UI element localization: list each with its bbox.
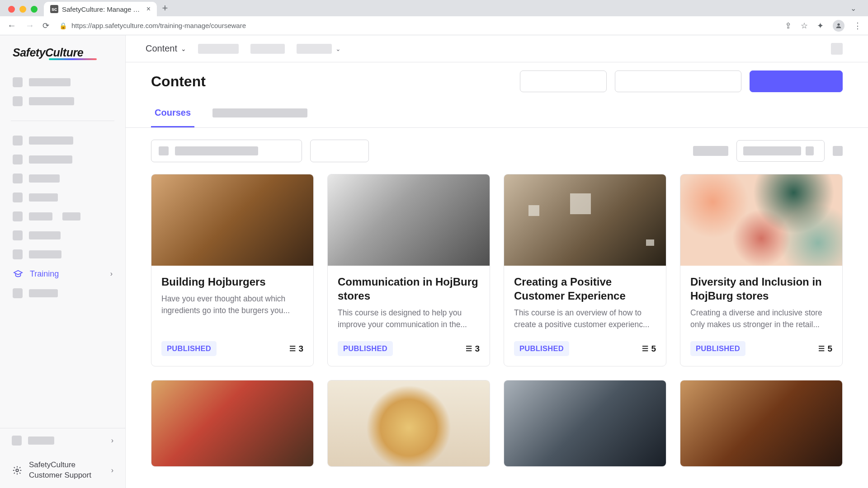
- tab-courses[interactable]: Courses: [151, 100, 194, 127]
- back-button[interactable]: ←: [6, 20, 17, 31]
- browser-toolbar-icons: ⇪ ☆ ✦ ⋮: [785, 20, 862, 32]
- topbar: Content ⌄ ⌄: [126, 35, 868, 62]
- header-button-1[interactable]: [520, 70, 607, 92]
- course-card[interactable]: [327, 380, 490, 467]
- logo-text: SafetyCulture: [13, 46, 113, 59]
- chevron-down-icon: ⌄: [335, 45, 341, 52]
- course-title: Communication in HojBurg stores: [338, 275, 480, 303]
- course-title: Creating a Positive Customer Experience: [514, 275, 656, 303]
- course-thumbnail: [328, 380, 490, 466]
- list-icon: ☰: [818, 344, 825, 353]
- chevron-right-icon: ›: [111, 466, 113, 474]
- topbar-right-placeholder[interactable]: [831, 43, 843, 55]
- course-thumbnail: [504, 174, 666, 266]
- tabs-dropdown-icon[interactable]: ⌄: [844, 0, 863, 16]
- topbar-item-placeholder-dropdown[interactable]: ⌄: [297, 44, 341, 54]
- nav-item-placeholder[interactable]: [9, 169, 116, 188]
- content-tabs: Courses: [126, 100, 868, 128]
- chevron-right-icon: ›: [111, 436, 113, 445]
- sidebar: SafetyCulture Training ›: [0, 35, 126, 488]
- course-thumbnail: [328, 174, 490, 266]
- address-bar: ← → ⟳ 🔒 https://app.safetyculture.com/tr…: [0, 16, 868, 35]
- svg-point-0: [837, 23, 840, 25]
- course-card[interactable]: [680, 380, 843, 467]
- reload-button[interactable]: ⟳: [42, 21, 49, 31]
- tab-title: SafetyCulture: Manage Teams and ...: [62, 5, 143, 13]
- filter-dropdown[interactable]: [310, 140, 369, 162]
- courses-grid: Building Hojburgers Have you ever though…: [126, 174, 868, 485]
- topbar-content-dropdown[interactable]: Content ⌄: [146, 43, 186, 54]
- nav-item-support[interactable]: SafetyCulture Customer Support ›: [0, 453, 125, 488]
- nav-section-1: [0, 69, 125, 114]
- course-description: This course is an overview of how to cre…: [514, 307, 656, 330]
- list-icon: ☰: [466, 344, 472, 353]
- browser-chrome: sc SafetyCulture: Manage Teams and ... ×…: [0, 0, 868, 35]
- page-title: Content: [151, 73, 206, 90]
- chevron-down-icon: ⌄: [181, 45, 186, 52]
- course-card[interactable]: Diversity and Inclusion in HojBurg store…: [680, 174, 843, 366]
- page-header: Content: [126, 62, 868, 100]
- status-badge: PUBLISHED: [514, 341, 569, 356]
- course-thumbnail: [504, 380, 666, 466]
- main-content: Content ⌄ ⌄ Content Courses: [126, 35, 868, 488]
- tab-placeholder[interactable]: [212, 108, 307, 117]
- course-card[interactable]: [504, 380, 666, 467]
- new-tab-button[interactable]: +: [157, 0, 173, 16]
- lesson-count: ☰ 5: [818, 344, 832, 354]
- maximize-window-button[interactable]: [31, 6, 38, 13]
- lesson-count: ☰ 3: [466, 344, 480, 354]
- view-toggle[interactable]: [833, 146, 843, 156]
- minimize-window-button[interactable]: [19, 6, 26, 13]
- nav-divider: [11, 121, 114, 121]
- tab-close-icon[interactable]: ×: [146, 5, 151, 13]
- nav-item-placeholder[interactable]: [9, 245, 116, 264]
- close-window-button[interactable]: [8, 6, 15, 13]
- course-description: Creating a diverse and inclusive store o…: [690, 307, 832, 330]
- course-thumbnail: [680, 380, 842, 466]
- course-card[interactable]: Building Hojburgers Have you ever though…: [151, 174, 314, 366]
- course-card[interactable]: Communication in HojBurg stores This cou…: [327, 174, 490, 366]
- forward-button[interactable]: →: [24, 20, 35, 31]
- lesson-count: ☰ 5: [642, 344, 656, 354]
- course-description: This course is designed to help you impr…: [338, 307, 480, 330]
- gear-icon: [12, 465, 23, 476]
- extensions-icon[interactable]: ✦: [817, 21, 824, 31]
- browser-tab[interactable]: sc SafetyCulture: Manage Teams and ... ×: [44, 2, 157, 16]
- header-button-2[interactable]: [615, 70, 741, 92]
- graduation-cap-icon: [13, 268, 24, 279]
- svg-point-1: [16, 469, 19, 472]
- nav-item-training[interactable]: Training ›: [9, 264, 116, 284]
- url-field[interactable]: 🔒 https://app.safetyculture.com/training…: [57, 22, 778, 29]
- nav-item-placeholder[interactable]: [9, 188, 116, 207]
- nav-item-placeholder[interactable]: [9, 207, 116, 226]
- app-root: SafetyCulture Training ›: [0, 35, 868, 488]
- search-filter[interactable]: [151, 140, 302, 162]
- sidebar-bottom: › SafetyCulture Customer Support ›: [0, 428, 125, 488]
- topbar-content-label: Content: [146, 43, 177, 54]
- nav-section-2: Training ›: [0, 127, 125, 306]
- lesson-count: ☰ 3: [289, 344, 303, 354]
- lock-icon: 🔒: [59, 22, 67, 29]
- nav-item-placeholder[interactable]: [9, 226, 116, 245]
- profile-avatar-icon[interactable]: [833, 20, 844, 32]
- nav-item-placeholder[interactable]: [9, 150, 116, 169]
- course-card[interactable]: [151, 380, 314, 467]
- nav-item-placeholder[interactable]: [9, 73, 116, 92]
- header-button-primary[interactable]: [750, 70, 843, 92]
- nav-item-placeholder[interactable]: [9, 284, 116, 303]
- topbar-item-placeholder[interactable]: [250, 44, 285, 54]
- bookmark-icon[interactable]: ☆: [801, 21, 808, 31]
- browser-menu-icon[interactable]: ⋮: [854, 21, 862, 31]
- tab-favicon: sc: [50, 5, 58, 13]
- sort-dropdown[interactable]: [736, 140, 825, 162]
- nav-item-placeholder-bottom[interactable]: ›: [0, 428, 125, 453]
- topbar-item-placeholder[interactable]: [198, 44, 239, 54]
- filter-row: [126, 128, 868, 174]
- course-card[interactable]: Creating a Positive Customer Experience …: [504, 174, 666, 366]
- nav-item-placeholder[interactable]: [9, 92, 116, 111]
- support-label: SafetyCulture Customer Support: [29, 460, 105, 481]
- nav-label-training: Training: [30, 269, 104, 279]
- share-icon[interactable]: ⇪: [785, 21, 792, 31]
- status-badge: PUBLISHED: [690, 341, 745, 356]
- nav-item-placeholder[interactable]: [9, 131, 116, 150]
